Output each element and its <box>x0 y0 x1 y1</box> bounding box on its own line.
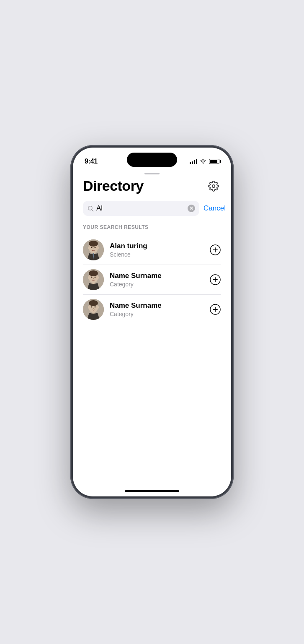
svg-point-27 <box>89 300 98 306</box>
phone-screen: 9:41 <box>73 148 231 496</box>
home-indicator <box>73 487 231 496</box>
search-clear-button[interactable]: ✕ <box>188 205 195 212</box>
result-name-1: Alan turing <box>110 242 209 250</box>
avatar-1 <box>83 239 104 260</box>
svg-point-17 <box>88 276 90 279</box>
page-title: Directory <box>83 178 144 194</box>
search-input[interactable] <box>96 204 185 213</box>
search-field[interactable]: ✕ <box>83 201 199 216</box>
gear-icon <box>208 181 219 192</box>
result-category-1: Science <box>110 251 209 258</box>
svg-point-20 <box>95 277 96 278</box>
svg-point-8 <box>91 247 93 248</box>
result-info-3: Name Surname Category <box>110 301 209 317</box>
home-bar <box>125 490 179 492</box>
status-time: 9:41 <box>85 158 98 165</box>
svg-point-6 <box>88 247 90 249</box>
svg-point-31 <box>95 306 96 308</box>
results-list: Alan turing Science <box>83 235 221 324</box>
svg-point-5 <box>89 241 98 247</box>
result-category-3: Category <box>110 311 209 317</box>
svg-point-0 <box>212 184 215 187</box>
dynamic-island <box>127 153 177 167</box>
result-item-3[interactable]: Name Surname Category <box>83 295 221 324</box>
search-icon <box>87 205 94 212</box>
svg-point-9 <box>95 247 96 248</box>
svg-line-2 <box>92 210 93 211</box>
wifi-icon <box>200 159 206 164</box>
plus-circle-icon-2 <box>210 274 221 285</box>
status-bar: 9:41 <box>73 148 231 169</box>
add-button-2[interactable] <box>209 274 221 286</box>
result-info-2: Name Surname Category <box>110 272 209 288</box>
result-name-3: Name Surname <box>110 301 209 310</box>
plus-circle-icon-1 <box>210 244 221 255</box>
drag-indicator <box>73 169 231 174</box>
cancel-button[interactable]: Cancel <box>204 204 226 213</box>
avatar-2 <box>83 269 104 290</box>
results-section-header: YOUR SEARCH RESULTS <box>83 224 221 230</box>
signal-bars-icon <box>190 159 197 164</box>
result-item-2[interactable]: Name Surname Category <box>83 265 221 295</box>
svg-point-30 <box>91 306 93 308</box>
result-info-1: Alan turing Science <box>110 242 209 258</box>
battery-icon <box>209 159 219 164</box>
search-row: ✕ Cancel <box>83 201 221 216</box>
svg-point-16 <box>89 270 98 276</box>
avatar-3 <box>83 299 104 320</box>
svg-point-28 <box>88 306 90 309</box>
add-button-3[interactable] <box>209 304 221 315</box>
result-category-2: Category <box>110 281 209 288</box>
result-item-1[interactable]: Alan turing Science <box>83 235 221 265</box>
add-button-1[interactable] <box>209 244 221 256</box>
header: Directory <box>83 174 221 201</box>
svg-point-29 <box>97 306 99 309</box>
svg-point-19 <box>91 277 93 278</box>
result-name-2: Name Surname <box>110 272 209 280</box>
settings-button[interactable] <box>206 179 221 194</box>
phone-frame: 9:41 <box>70 145 234 499</box>
app-content: Directory ✕ <box>73 174 231 487</box>
svg-point-7 <box>97 247 99 249</box>
status-icons <box>190 159 219 164</box>
plus-circle-icon-3 <box>210 304 221 315</box>
svg-point-18 <box>97 276 99 279</box>
